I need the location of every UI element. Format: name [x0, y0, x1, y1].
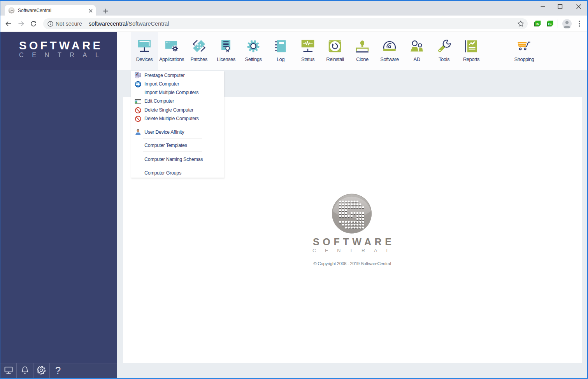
svg-text:TS: TS [548, 22, 552, 26]
svg-text:TS: TS [535, 22, 539, 26]
